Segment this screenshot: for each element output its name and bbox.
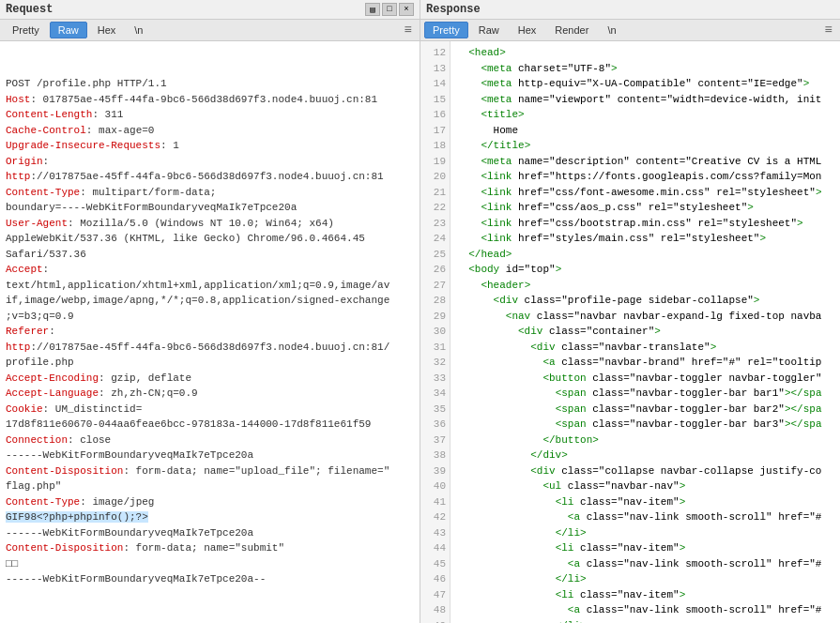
code-line: <header>	[456, 278, 834, 294]
header-value: : max-age=0	[86, 125, 155, 136]
header-name: Accept-Language	[6, 387, 99, 399]
request-line: Origin:	[6, 154, 414, 170]
tag-name: <div	[494, 295, 518, 306]
code-line: <span class="navbar-toggler-bar bar3"></…	[456, 417, 834, 433]
more-menu-icon[interactable]: ≡	[401, 23, 416, 38]
code-line: <link href="styles/main.css" rel="styles…	[456, 231, 834, 247]
tag-name: <a	[542, 357, 555, 368]
tag-close: >	[611, 63, 618, 74]
tab-raw[interactable]: Raw	[470, 22, 508, 38]
line-number: 24	[422, 231, 446, 247]
tab-newline[interactable]: \n	[599, 22, 624, 38]
code-line: <div class="navbar-translate">	[456, 340, 834, 356]
line-number: 29	[422, 309, 446, 325]
tag-close: >	[803, 78, 810, 89]
tag-close: >	[525, 280, 531, 291]
tag-name: <link	[481, 233, 512, 244]
code-line: <ul class="navbar-nav">	[456, 479, 834, 494]
more-menu-icon[interactable]: ≡	[821, 23, 836, 38]
tag-close: >	[561, 449, 568, 461]
header-name: Content-Disposition	[6, 542, 123, 554]
code-line: <div class="profile-page sidebar-collaps…	[456, 293, 834, 309]
request-line: □□	[6, 556, 414, 572]
line-number: 44	[422, 540, 446, 556]
tab-raw[interactable]: Raw	[50, 22, 87, 38]
code-line: <div class="container">	[456, 324, 834, 340]
tag-name: </head	[468, 249, 506, 260]
tag-name: <span	[556, 418, 587, 430]
code-line: <meta charset="UTF-8">	[456, 61, 834, 77]
tag-name: <meta	[481, 63, 512, 74]
header-value: : gzip, deflate	[99, 372, 191, 384]
close-icon[interactable]: ×	[399, 3, 414, 16]
tag-name: </title	[481, 140, 524, 151]
request-line: Safari/537.36	[6, 247, 414, 263]
tag-name: <body	[468, 264, 499, 275]
line-number: 18	[422, 138, 446, 154]
tag-close: >	[759, 233, 766, 244]
line-number: 32	[422, 355, 446, 371]
tag-name: <meta	[481, 156, 512, 167]
request-title: Request	[6, 3, 53, 16]
request-line: Referer:	[6, 324, 414, 340]
tag-name: <div	[518, 326, 542, 337]
line-number: 36	[422, 417, 446, 433]
code-line: <a class="nav-link smooth-scroll" href="…	[456, 602, 834, 618]
response-header: Response	[420, 0, 840, 20]
tag-close: >	[592, 434, 599, 446]
tag-name: </spa	[790, 403, 821, 415]
tab-pretty[interactable]: Pretty	[424, 22, 468, 38]
tag-close: >	[797, 218, 803, 229]
request-line: User-Agent: Mozilla/5.0 (Windows NT 10.0…	[6, 216, 414, 232]
tag-close: >	[506, 249, 512, 260]
tag-name: </li	[556, 620, 580, 624]
request-line: http://017875ae-45ff-44fa-9bc6-566d38d69…	[6, 340, 414, 356]
header-value: : UM_distinctid=	[43, 403, 143, 415]
code-line: <a class="navbar-brand" href="#" rel="to…	[456, 355, 834, 371]
tag-name: <a	[568, 558, 580, 570]
request-toolbar: Pretty Raw Hex \n ≡	[0, 20, 420, 41]
request-line: flag.php"	[6, 479, 414, 494]
line-number: 34	[422, 386, 446, 402]
split-view-icon[interactable]: ▤	[365, 3, 380, 16]
request-line: Content-Length: 311	[6, 107, 414, 123]
code-line: <span class="navbar-toggler-bar bar1"></…	[456, 386, 834, 402]
request-line: AppleWebKit/537.36 (KHTML, like Gecko) C…	[6, 231, 414, 247]
tab-pretty[interactable]: Pretty	[4, 22, 48, 38]
request-pane: Request ▤ □ × Pretty Raw Hex \n ≡ POST /…	[0, 0, 420, 623]
code-line: </button>	[456, 433, 834, 448]
request-line: ------WebKitFormBoundaryveqMaIk7eTpce20a	[6, 525, 414, 541]
tab-hex[interactable]: Hex	[89, 22, 125, 38]
line-number: 16	[422, 107, 446, 123]
request-line: Content-Disposition: form-data; name="up…	[6, 463, 414, 479]
tag-name: <ul	[542, 480, 561, 492]
header-name: Content-Type	[6, 496, 80, 508]
tab-hex[interactable]: Hex	[510, 22, 545, 38]
header-value: : form-data; name="upload_file"; filenam…	[123, 465, 389, 477]
code-line: <li class="nav-item">	[456, 587, 834, 603]
code-line: <body id="top">	[456, 262, 834, 278]
request-line: Accept:	[6, 262, 414, 278]
code-line: <a class="nav-link smooth-scroll" href="…	[456, 509, 834, 525]
code-line: </li>	[456, 618, 834, 624]
line-number: 47	[422, 587, 446, 603]
line-number: 30	[422, 324, 446, 340]
tag-close: >	[580, 620, 587, 624]
tag-name: <div	[530, 342, 555, 353]
tag-name: </li	[556, 573, 580, 585]
detach-icon[interactable]: □	[382, 3, 397, 16]
request-line: profile.php	[6, 355, 414, 371]
line-number: 14	[422, 76, 446, 92]
tag-name: <button	[542, 372, 586, 384]
tab-newline[interactable]: \n	[126, 22, 151, 38]
tab-render[interactable]: Render	[546, 22, 597, 38]
line-number: 40	[422, 479, 446, 494]
code-line: <span class="navbar-toggler-bar bar2"></…	[456, 402, 834, 418]
code-line: <link href="css/aos_p.css" rel="styleshe…	[456, 200, 834, 216]
tag-name: <li	[556, 496, 574, 508]
code-content: <head> <meta charset="UTF-8"> <meta http…	[451, 41, 840, 623]
line-number: 27	[422, 278, 446, 294]
tag-name: </li	[556, 527, 580, 539]
tag-name: <a	[568, 604, 580, 615]
request-line: POST /profile.php HTTP/1.1	[6, 76, 414, 92]
